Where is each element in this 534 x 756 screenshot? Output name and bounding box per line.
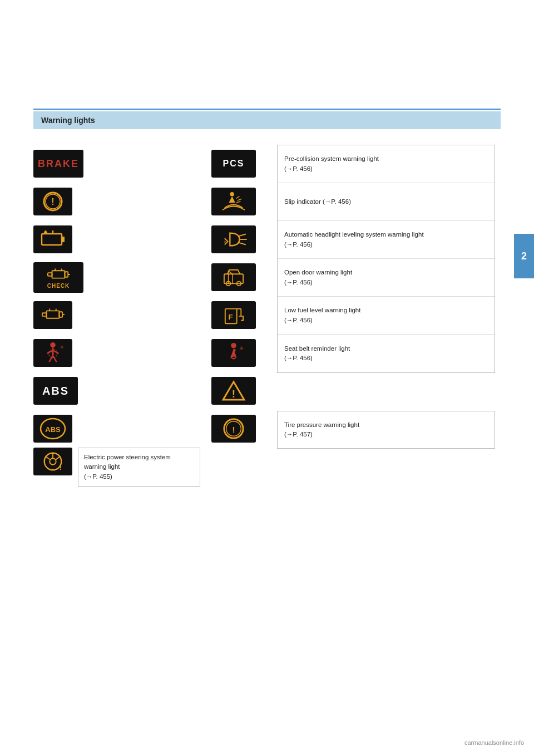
battery-icon-row bbox=[33, 220, 211, 258]
seatbelt-desc: Seat belt reminder light(→P. 456) bbox=[278, 335, 495, 372]
engine2-icon bbox=[33, 301, 72, 329]
airbag-person-row: ✳ bbox=[33, 334, 211, 372]
svg-text:!: ! bbox=[51, 197, 54, 207]
svg-text:ABS: ABS bbox=[45, 425, 61, 434]
engine-check-row: CHECK bbox=[33, 258, 211, 296]
slip-row bbox=[211, 183, 273, 220]
seatbelt-svg: ✳ bbox=[221, 342, 246, 364]
pcs-row: PCS bbox=[211, 145, 273, 183]
watermark: carmanualsonline.info bbox=[464, 739, 524, 746]
svg-rect-10 bbox=[65, 272, 68, 277]
door-icon bbox=[211, 263, 256, 291]
svg-line-22 bbox=[47, 350, 53, 354]
svg-point-52 bbox=[231, 343, 236, 348]
brake-label: BRAKE bbox=[38, 158, 79, 170]
left-icons-column: BRAKE ! bbox=[33, 145, 211, 492]
headlight-icon: ↓ bbox=[211, 225, 256, 253]
eps-icon: ! bbox=[33, 448, 72, 475]
svg-text:↓: ↓ bbox=[222, 234, 228, 245]
svg-rect-14 bbox=[47, 311, 60, 318]
fuel-desc-text: Low fuel level warning light(→P. 456) bbox=[284, 306, 360, 325]
fuel-row: F bbox=[211, 296, 273, 334]
svg-rect-3 bbox=[42, 234, 62, 245]
pcs-label: PCS bbox=[223, 159, 245, 169]
airbag-warning-icon: ! bbox=[33, 188, 72, 215]
svg-point-20 bbox=[50, 342, 56, 348]
fuel-icon: F bbox=[211, 301, 256, 329]
warning-tri-row: ! bbox=[211, 372, 273, 410]
headlight-desc: Automatic headlight leveling system warn… bbox=[278, 221, 495, 259]
svg-line-38 bbox=[238, 199, 242, 200]
seatbelt-desc-text: Seat belt reminder light(→P. 456) bbox=[284, 344, 350, 364]
airbag-person-svg: ✳ bbox=[41, 342, 65, 364]
abs-circle-svg: ABS bbox=[39, 418, 66, 440]
abs-label: ABS bbox=[42, 385, 69, 397]
eps-row: ! Electric power steering system warning… bbox=[33, 448, 211, 487]
chapter-tab: 2 bbox=[514, 234, 534, 278]
svg-rect-9 bbox=[48, 273, 52, 276]
seatbelt-row: ✳ bbox=[211, 334, 273, 372]
top-divider bbox=[33, 109, 501, 110]
engine2-row bbox=[33, 296, 211, 334]
svg-text:✳: ✳ bbox=[239, 345, 244, 351]
tire-pressure-row: ! bbox=[211, 410, 273, 448]
svg-line-42 bbox=[239, 243, 246, 245]
door-desc: Open door warning light(→P. 456) bbox=[278, 259, 495, 297]
door-row bbox=[211, 258, 273, 296]
svg-line-23 bbox=[53, 350, 58, 354]
svg-line-39 bbox=[236, 202, 241, 203]
eps-svg: ! bbox=[41, 450, 65, 473]
svg-rect-16 bbox=[59, 312, 62, 317]
page: Warning lights 2 BRAKE bbox=[0, 0, 534, 756]
slip-svg bbox=[220, 191, 247, 212]
door-desc-text: Open door warning light(→P. 456) bbox=[284, 268, 352, 287]
svg-point-36 bbox=[230, 192, 234, 197]
airbag-warning-row: ! bbox=[33, 183, 211, 220]
right-icons-column: PCS bbox=[211, 145, 273, 492]
pcs-desc-text: Pre-collision system warning light(→P. 4… bbox=[284, 154, 379, 174]
svg-rect-4 bbox=[62, 237, 65, 242]
tire-desc: Tire pressure warning light(→P. 457) bbox=[277, 411, 495, 449]
fuel-desc: Low fuel level warning light(→P. 456) bbox=[278, 297, 495, 335]
warning-triangle-icon: ! bbox=[211, 377, 256, 405]
svg-line-24 bbox=[49, 356, 53, 362]
fuel-svg: F bbox=[222, 305, 245, 326]
airbag-person-icon: ✳ bbox=[33, 339, 72, 367]
svg-text:✳: ✳ bbox=[60, 344, 64, 350]
engine-check-svg bbox=[47, 266, 70, 282]
svg-rect-15 bbox=[42, 313, 47, 316]
svg-line-37 bbox=[236, 197, 240, 199]
engine2-svg bbox=[41, 305, 65, 325]
headlight-row: ↓ bbox=[211, 220, 273, 258]
circle-exclamation-svg: ! bbox=[42, 191, 64, 212]
abs-circle-icon: ABS bbox=[33, 415, 72, 443]
warning-tri-svg: ! bbox=[221, 380, 246, 402]
engine-check-icon: CHECK bbox=[33, 262, 83, 293]
tire-svg: ! bbox=[221, 418, 246, 440]
abs-circle-row: ABS bbox=[33, 410, 211, 448]
abs-text-row: ABS bbox=[33, 372, 211, 410]
svg-line-34 bbox=[46, 456, 50, 459]
svg-rect-8 bbox=[52, 271, 65, 278]
pcs-desc: Pre-collision system warning light(→P. 4… bbox=[278, 145, 495, 183]
eps-desc-box: Electric power steering system warning l… bbox=[78, 448, 200, 487]
svg-line-33 bbox=[56, 456, 61, 459]
slip-icon bbox=[211, 188, 256, 215]
battery-svg bbox=[41, 230, 65, 248]
tire-pressure-icon: ! bbox=[211, 415, 256, 443]
grouped-desc-panel: Pre-collision system warning light(→P. 4… bbox=[277, 145, 495, 373]
main-layout: BRAKE ! bbox=[33, 145, 495, 492]
door-svg bbox=[221, 267, 246, 288]
tire-desc-text: Tire pressure warning light(→P. 457) bbox=[284, 420, 359, 440]
descriptions-column: Pre-collision system warning light(→P. 4… bbox=[277, 145, 495, 492]
check-label: CHECK bbox=[47, 283, 70, 289]
seatbelt-icon: ✳ bbox=[211, 339, 256, 367]
warning-spacer bbox=[277, 373, 495, 411]
pcs-icon: PCS bbox=[211, 150, 256, 178]
headlight-desc-text: Automatic headlight leveling system warn… bbox=[284, 230, 424, 249]
svg-text:F: F bbox=[229, 313, 233, 321]
battery-icon bbox=[33, 225, 72, 253]
svg-line-41 bbox=[239, 234, 246, 237]
svg-line-25 bbox=[53, 356, 57, 362]
headlight-svg: ↓ bbox=[220, 229, 247, 250]
